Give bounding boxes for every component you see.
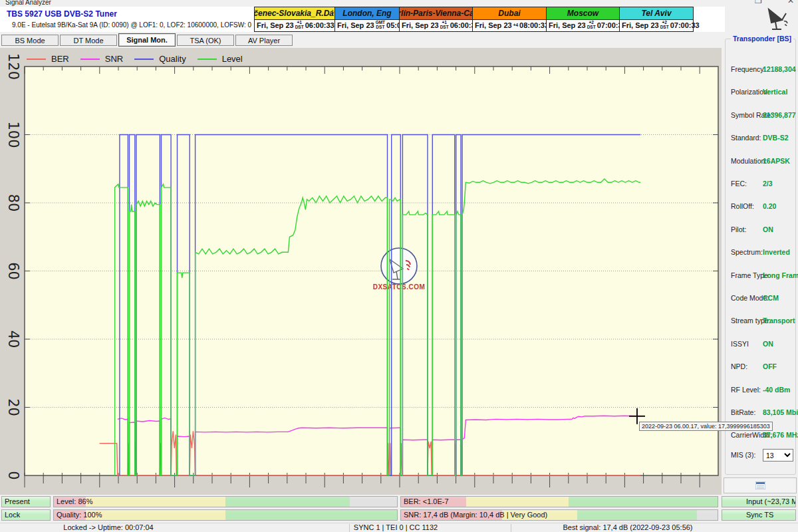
list-icon	[755, 481, 765, 489]
y-axis-label-120: 120	[5, 53, 21, 80]
transponder-row: Modulation:16APSK	[726, 157, 795, 166]
y-axis-label-60: 60	[5, 262, 21, 280]
transponder-row: Polarization:Vertical	[726, 88, 795, 97]
legend-label: BER	[51, 54, 69, 64]
clock-date: Fri, Sep 23	[549, 21, 586, 29]
transponder-row-value: ON	[763, 225, 773, 233]
meter-snr: SNR: 17,4 dB (Margin: 10,4 dB | Very Goo…	[400, 509, 718, 521]
y-axis-label-40: 40	[5, 331, 21, 348]
transponder-row-value: Inverted	[763, 248, 790, 256]
legend-swatch-level	[198, 59, 217, 60]
transponder-row-value: 2/3	[763, 180, 773, 188]
signal-chart-panel: BERSNRQualityLevel 020406080100120DXSATC…	[0, 48, 722, 495]
clock-0: Lučenec-Slovakia_R.DávidFri, Sep 23+1DST…	[255, 7, 335, 31]
transponder-row-label: NPD:	[731, 362, 747, 370]
legend-label: Quality	[159, 54, 186, 64]
meter-zone-green	[569, 497, 718, 507]
stream-list-button[interactable]	[724, 477, 797, 493]
clock-zone: +1DST	[294, 21, 305, 30]
meter-level: Level: 86%	[53, 496, 398, 507]
transponder-row: Standard:DVB-S2	[726, 134, 795, 143]
transponder-row-value: 0.20	[763, 202, 776, 210]
clock-city-label: Moscow	[547, 7, 619, 20]
meter-zone-yellow	[466, 497, 569, 507]
tab-av-player[interactable]: AV Player	[235, 35, 293, 46]
clock-hms: 07:00:33	[670, 21, 700, 29]
clock-time: Fri, Sep 23+2DST07:00:33	[620, 20, 693, 32]
clock-zone-dst: DST	[440, 25, 449, 30]
meter-label: BER: <1.0E-7	[404, 497, 449, 505]
y-axis-label-100: 100	[5, 121, 21, 148]
clock-date: Fri, Sep 23	[475, 21, 512, 29]
clock-time: Fri, Sep 23+2DST07:00:33	[547, 20, 619, 32]
legend-item-quality: Quality	[134, 54, 186, 64]
meter-present: Present	[1, 496, 51, 507]
clock-zone: GMTDST	[374, 21, 386, 30]
transponder-row-label: Standard:	[731, 134, 761, 142]
tab-dt-mode[interactable]: DT Mode	[60, 35, 117, 46]
status-text: Best signal: 17,4 dB (2022-09-23 05:56)	[563, 523, 692, 531]
transponder-row-label: BitRate:	[731, 408, 755, 416]
meter-zone-yellow	[86, 497, 225, 507]
transponder-row: RF Level:-40 dBm	[726, 386, 795, 395]
mis-label: MIS (3):	[731, 451, 755, 459]
transponder-row: BitRate:83,105 Mbit/s	[726, 408, 795, 418]
transponder-row-value: Transport	[763, 317, 795, 325]
chart-tooltip: 2022-09-23 06.00.17, value: 17,399999618…	[639, 422, 773, 431]
status-text: SYNC 1 | TEI 0 | CC 1132	[354, 523, 438, 531]
clock-date: Fri, Sep 23	[622, 21, 659, 29]
tab-signal-mon-[interactable]: Signal Mon.	[118, 33, 176, 47]
clock-2: Berlín-Paris-Vienna-CairoFri, Sep 23+1DS…	[400, 7, 473, 31]
meter-ber: BER: <1.0E-7	[400, 496, 718, 507]
clock-date: Fri, Sep 23	[337, 21, 374, 29]
clock-5: Tel AvivFri, Sep 23+2DST07:00:33	[620, 7, 693, 31]
clock-city-label: Berlín-Paris-Vienna-Cairo	[400, 7, 472, 20]
transponder-row: Pilot:ON	[726, 225, 795, 235]
signal-history-chart[interactable]: 020406080100120DXSATCS.COM	[0, 48, 722, 495]
transponder-row-value: 12188,304 MHz	[763, 65, 798, 73]
mis-select[interactable]: 13	[763, 449, 793, 462]
transponder-row-label: Modulation:	[731, 157, 767, 165]
window-maximize-button[interactable]: ❐	[755, 0, 762, 5]
clock-hms: 08:00:33	[519, 21, 549, 29]
tab-bs-mode[interactable]: BS Mode	[1, 35, 59, 46]
meter-zone-green	[225, 497, 350, 507]
world-clocks: Lučenec-Slovakia_R.DávidFri, Sep 23+1DST…	[254, 7, 694, 32]
clock-time: Fri, Sep 23+1DST06:00:33	[255, 20, 334, 32]
tab-tsa-ok-[interactable]: TSA (OK)	[177, 35, 234, 46]
clock-zone-dst: DST	[376, 25, 384, 30]
transponder-row: RollOff:0.20	[726, 202, 795, 211]
meter-row-1: PresentLevel: 86%BER: <1.0E-7Input (~23,…	[0, 496, 798, 508]
legend-item-ber: BER	[27, 54, 69, 64]
legend-item-snr: SNR	[80, 54, 123, 64]
transponder-row-label: ISSYI	[731, 340, 749, 348]
legend-label: SNR	[105, 54, 123, 64]
transponder-row: Frame Type:Long Frame	[726, 271, 795, 281]
transponder-row: Spectrum:Inverted	[726, 248, 795, 257]
transponder-row-value: 83,105 Mbit/s	[763, 408, 798, 416]
clock-city-label: Tel Aviv	[620, 7, 693, 20]
meter-label: Present	[5, 497, 30, 505]
meter-quality: Quality: 100%	[53, 509, 398, 521]
transponder-row-label: RollOff:	[731, 202, 754, 210]
meter-lock: Lock	[1, 509, 51, 521]
clock-zone: +1DST	[439, 21, 450, 30]
transponder-row-label: Pilot:	[731, 225, 746, 233]
transponder-row: NPD:OFF	[726, 362, 795, 372]
transponder-row-value: 37,676 MHz	[763, 431, 798, 439]
legend-swatch-snr	[80, 59, 100, 60]
clock-city-label: Lučenec-Slovakia_R.Dávid	[255, 7, 334, 20]
transponder-row-value: Long Frame	[763, 271, 798, 279]
transponder-row-value: DVB-S2	[763, 134, 789, 142]
meter-zone-yellow	[86, 510, 225, 520]
transponder-row: Code Mode:CCM	[726, 294, 795, 303]
meter-zone-green	[577, 510, 697, 520]
transponder-row-value: OFF	[763, 362, 777, 370]
tab-strip: BS ModeDT ModeSignal Mon.TSA (OK)AV Play…	[0, 32, 798, 48]
transponder-row: ISSYION	[726, 340, 795, 349]
status-text: Locked -> Uptime: 00:07:04	[63, 523, 153, 531]
meter-sync-ts: Sync TS	[722, 509, 796, 521]
status-divider	[511, 524, 511, 532]
y-axis-label-0: 0	[5, 471, 21, 479]
transponder-groupbox: Transponder [BS] Frequency:12188,304 MHz…	[725, 39, 796, 475]
